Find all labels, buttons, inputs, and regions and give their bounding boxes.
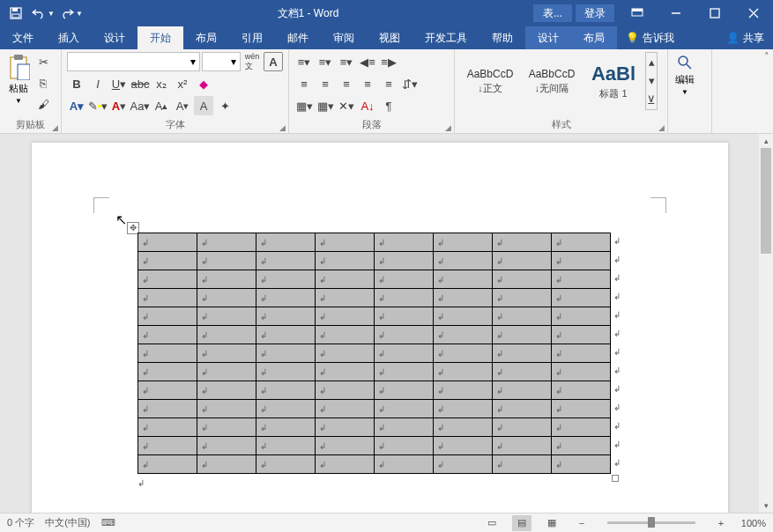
style-nospacing[interactable]: AaBbCcD ↓无间隔 (522, 52, 582, 110)
styles-more-icon[interactable]: ⊻ (646, 91, 657, 109)
ribbon-options-icon[interactable] (618, 0, 657, 26)
web-layout-button[interactable]: ▦ (542, 515, 561, 531)
table-cell[interactable]: ↲ (434, 381, 493, 400)
clipboard-launcher-icon[interactable]: ◢ (52, 123, 58, 132)
table-cell[interactable]: ↲ (552, 289, 611, 307)
table-cell[interactable]: ↲ (316, 252, 375, 270)
table-cell[interactable]: ↲ (375, 437, 434, 455)
table-cell[interactable]: ↲ (375, 233, 434, 252)
table-cell[interactable]: ↲ (138, 418, 197, 437)
redo-icon[interactable] (56, 3, 78, 24)
change-case-button[interactable]: Aa▾ (130, 96, 150, 115)
table-cell[interactable]: ↲ (256, 400, 316, 418)
numbering-button[interactable]: ≡▾ (316, 52, 335, 71)
table-cell[interactable]: ↲ (256, 326, 316, 344)
table-cell[interactable]: ↲ (493, 344, 552, 363)
document-table[interactable]: ↲↲↲↲↲↲↲↲↲↲↲↲↲↲↲↲↲↲↲↲↲↲↲↲↲↲↲↲↲↲↲↲↲↲↲↲↲↲↲↲… (138, 233, 611, 474)
share-button[interactable]: 👤共享 (717, 26, 773, 49)
shading-button[interactable]: ▦▾ (294, 96, 314, 115)
table-cell[interactable]: ↲ (197, 418, 256, 437)
table-cell[interactable]: ↲ (316, 344, 375, 363)
scroll-up-icon[interactable]: ▴ (759, 134, 773, 148)
table-cell[interactable]: ↲ (316, 289, 375, 307)
tab-devtools[interactable]: 开发工具 (413, 26, 479, 49)
table-cell[interactable]: ↲ (552, 437, 611, 455)
font-size-combo[interactable]: ▾ (202, 52, 241, 71)
vertical-scrollbar[interactable]: ▴ ▾ (759, 134, 773, 513)
table-cell[interactable]: ↲ (316, 307, 375, 326)
table-cell[interactable]: ↲ (493, 270, 552, 289)
table-cell[interactable]: ↲ (493, 289, 552, 307)
strikethrough-button[interactable]: abc (130, 74, 150, 93)
table-cell[interactable]: ↲ (493, 233, 552, 252)
table-cell[interactable]: ↲ (552, 381, 611, 400)
highlight-button[interactable]: ✎▾ (88, 96, 108, 115)
font-color-button[interactable]: A▾ (109, 96, 129, 115)
enclose-char-button[interactable]: A (194, 96, 213, 115)
align-center-button[interactable]: ≡ (316, 74, 335, 93)
table-cell[interactable]: ↲ (256, 252, 316, 270)
document-page[interactable]: ↖ ✥ ↲↲↲↲↲↲↲↲↲↲↲↲↲↲↲↲↲↲↲↲↲↲↲↲↲↲↲↲↲↲↲↲↲↲↲↲… (32, 143, 728, 513)
tab-file[interactable]: 文件 (0, 26, 46, 49)
underline-button[interactable]: U▾ (109, 74, 129, 93)
table-cell[interactable]: ↲ (256, 363, 316, 381)
language-status[interactable]: 中文(中国) (45, 516, 90, 529)
table-cell[interactable]: ↲ (138, 252, 197, 270)
table-cell[interactable]: ↲ (434, 400, 493, 418)
undo-dropdown-icon[interactable]: ▼ (48, 10, 55, 18)
scroll-down-icon[interactable]: ▾ (759, 499, 773, 513)
print-layout-button[interactable]: ▤ (512, 515, 531, 531)
table-cell[interactable]: ↲ (375, 307, 434, 326)
ime-icon[interactable]: ⌨ (101, 517, 115, 528)
table-cell[interactable]: ↲ (552, 400, 611, 418)
align-distributed-button[interactable]: ≡ (379, 74, 398, 93)
table-cell[interactable]: ↲ (138, 307, 197, 326)
tab-references[interactable]: 引用 (229, 26, 275, 49)
decrease-indent-button[interactable]: ◀≡ (358, 52, 377, 71)
table-cell[interactable]: ↲ (375, 270, 434, 289)
table-cell[interactable]: ↲ (256, 270, 316, 289)
char-shading-button[interactable]: ✦ (215, 96, 234, 115)
table-cell[interactable]: ↲ (256, 289, 316, 307)
table-cell[interactable]: ↲ (552, 307, 611, 326)
table-cell[interactable]: ↲ (316, 437, 375, 455)
tab-table-layout[interactable]: 布局 (571, 26, 617, 49)
table-cell[interactable]: ↲ (493, 326, 552, 344)
read-mode-button[interactable]: ▭ (482, 515, 502, 531)
table-cell[interactable]: ↲ (256, 455, 316, 474)
table-cell[interactable]: ↲ (434, 270, 493, 289)
table-cell[interactable]: ↲ (552, 418, 611, 437)
tab-review[interactable]: 审阅 (321, 26, 367, 49)
char-border-button[interactable]: A (264, 52, 283, 71)
tab-home[interactable]: 开始 (138, 26, 183, 49)
table-cell[interactable]: ↲ (316, 381, 375, 400)
tab-table-design[interactable]: 设计 (525, 26, 571, 49)
close-button[interactable] (734, 0, 773, 26)
table-cell[interactable]: ↲ (316, 400, 375, 418)
tab-insert[interactable]: 插入 (46, 26, 92, 49)
asian-layout-button[interactable]: ✕▾ (337, 96, 356, 115)
save-icon[interactable] (5, 3, 26, 24)
clear-formatting-button[interactable]: ◆ (194, 74, 213, 93)
table-cell[interactable]: ↲ (434, 307, 493, 326)
tab-help[interactable]: 帮助 (479, 26, 525, 49)
grow-font-button[interactable]: A▴ (152, 96, 171, 115)
table-cell[interactable]: ↲ (256, 307, 316, 326)
font-name-combo[interactable]: ▾ (67, 52, 200, 71)
tab-view[interactable]: 视图 (367, 26, 413, 49)
italic-button[interactable]: I (88, 74, 108, 93)
shrink-font-button[interactable]: A▾ (173, 96, 192, 115)
table-cell[interactable]: ↲ (316, 418, 375, 437)
tell-me-button[interactable]: 💡告诉我 (617, 26, 683, 49)
table-cell[interactable]: ↲ (316, 326, 375, 344)
table-cell[interactable]: ↲ (375, 252, 434, 270)
collapse-ribbon-icon[interactable]: ˄ (764, 51, 769, 63)
table-cell[interactable]: ↲ (434, 418, 493, 437)
table-cell[interactable]: ↲ (256, 437, 316, 455)
table-cell[interactable]: ↲ (138, 326, 197, 344)
table-cell[interactable]: ↲ (375, 418, 434, 437)
table-cell[interactable]: ↲ (552, 233, 611, 252)
table-cell[interactable]: ↲ (197, 233, 256, 252)
table-cell[interactable]: ↲ (256, 233, 316, 252)
styles-scroll-down-icon[interactable]: ▾ (646, 71, 657, 90)
